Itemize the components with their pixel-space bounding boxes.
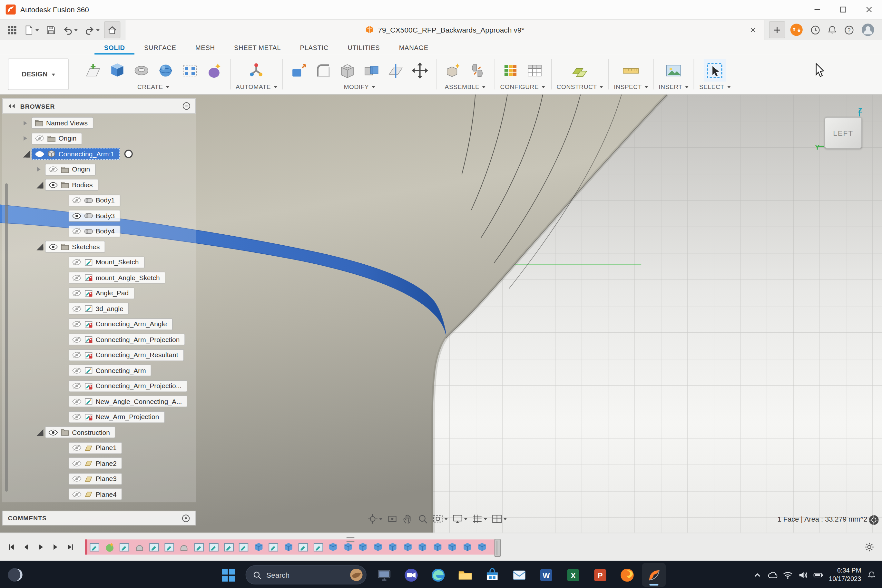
browser-tree-item[interactable]: Named Views [2,116,196,131]
visibility-eye-icon[interactable] [48,243,58,250]
visibility-eye-icon[interactable] [48,166,58,173]
timeline-feature-icon[interactable] [313,542,323,552]
browser-tree-item[interactable]: New_Angle_Connecting_A... [2,394,196,409]
expand-arrow-icon[interactable] [36,182,44,188]
visibility-eye-icon[interactable] [72,444,81,452]
visibility-eye-icon[interactable] [72,228,81,235]
taskbar-app-icon[interactable] [453,563,477,587]
ribbon-group-dropdown[interactable]: INSPECT [614,83,648,90]
tool-button[interactable] [620,59,642,81]
ribbon-group-dropdown[interactable]: AUTOMATE [236,83,277,90]
tool-button[interactable] [130,59,153,81]
visibility-eye-icon[interactable] [72,321,81,327]
nav-tool-button[interactable] [452,513,467,524]
ribbon-group-dropdown[interactable]: INSERT [658,83,688,90]
playback-button[interactable] [64,541,76,553]
notifications-bell-icon[interactable] [867,571,876,579]
navigation-wheel-icon[interactable] [868,515,879,525]
visibility-eye-icon[interactable] [72,460,81,467]
timeline-feature-icon[interactable] [164,542,174,552]
timeline-feature-icon[interactable] [298,542,308,552]
visibility-eye-icon[interactable] [72,259,81,266]
quickbar-button[interactable] [787,22,806,38]
browser-header[interactable]: BROWSER [2,98,196,114]
close-tab-icon[interactable] [747,24,758,36]
viewcube-face-label[interactable]: LEFT [833,129,853,137]
timeline-feature-icon[interactable] [387,542,398,552]
ribbon-group-dropdown[interactable]: CONSTRUCT [557,83,603,90]
timeline-feature-icon[interactable] [447,542,457,552]
taskbar-app-icon[interactable]: W [534,563,558,587]
taskbar-app-icon[interactable]: X [561,563,585,587]
playback-button[interactable] [50,541,62,553]
nav-tool-button[interactable] [402,513,413,524]
browser-tree-item[interactable]: Connecting_Arm [2,363,196,378]
activate-component-radio[interactable] [124,150,133,158]
visibility-eye-icon[interactable] [72,290,81,297]
collapse-panel-icon[interactable] [8,103,16,109]
taskbar-app-icon[interactable]: P [588,563,612,587]
playback-button[interactable] [20,541,32,553]
timeline-feature-icon[interactable] [477,542,487,552]
timeline-feature-icon[interactable] [149,542,159,552]
visibility-eye-icon[interactable] [72,336,81,343]
tool-button[interactable] [360,59,383,81]
playback-button[interactable] [6,541,17,553]
timeline-feature-icon[interactable] [89,542,99,552]
quickbar-button[interactable] [60,22,81,38]
timeline-feature-icon[interactable] [373,542,382,552]
browser-tree-item[interactable]: Plane4 [2,486,196,502]
window-control-button[interactable] [856,0,882,19]
tool-button[interactable] [663,59,685,81]
timeline-settings-icon[interactable] [864,542,874,552]
tool-button[interactable] [442,59,465,81]
browser-tree-item[interactable]: 3d_angle [2,301,196,316]
tool-button[interactable] [178,59,201,81]
timeline-feature-icon[interactable] [402,542,412,552]
browser-tree-item[interactable]: Sketches [2,239,196,255]
taskbar-app-icon[interactable] [615,563,639,587]
timeline-feature-icon[interactable] [254,542,263,552]
tool-button[interactable] [568,59,591,81]
timeline-feature-icon[interactable] [194,542,204,552]
visibility-eye-icon[interactable] [35,150,45,158]
quickbar-button[interactable] [21,22,42,38]
quickbar-button[interactable] [4,22,20,38]
browser-tree-item[interactable]: Origin [2,131,196,146]
tool-button[interactable] [524,59,546,81]
ribbon-tab[interactable]: UTILITIES [338,45,389,54]
visibility-eye-icon[interactable] [72,274,81,281]
visibility-eye-icon[interactable] [72,305,81,312]
browser-tree-item[interactable]: Connecting_Arm_Resultant [2,347,196,363]
timeline-feature-icon[interactable] [105,542,114,552]
browser-tree-item[interactable]: Plane3 [2,471,196,486]
tool-button[interactable] [336,59,359,81]
quickbar-button[interactable]: ? [842,22,856,38]
browser-tree-item[interactable]: Body3 [2,208,196,224]
search-box[interactable]: Search [246,566,366,585]
3d-viewport[interactable]: LEFT Z Y BROWSER Name [0,94,882,532]
timeline-feature-icon[interactable] [284,542,293,552]
taskbar-app-icon[interactable] [399,563,423,587]
taskbar-app-icon[interactable] [372,563,396,587]
nav-tool-button[interactable] [387,513,398,524]
tool-button[interactable] [704,59,726,81]
nav-tool-button[interactable] [492,513,507,524]
nav-tool-button[interactable] [417,513,428,524]
timeline-strip[interactable] [85,536,502,558]
tray-icon[interactable] [768,571,778,579]
comments-expand-icon[interactable] [182,514,190,522]
visibility-eye-icon[interactable] [72,352,81,358]
browser-tree-item[interactable]: Body1 [2,193,196,208]
browser-tree-item[interactable]: Mount_Sketch [2,255,196,270]
visibility-eye-icon[interactable] [48,182,58,188]
timeline-feature-icon[interactable] [224,542,234,552]
minimize-panel-icon[interactable] [182,102,190,110]
ribbon-group-dropdown[interactable]: CONFIGURE [500,83,545,90]
design-workspace-dropdown[interactable]: DESIGN [8,58,68,90]
visibility-eye-icon[interactable] [72,476,81,482]
browser-scrollbar[interactable] [5,183,8,492]
quickbar-button[interactable] [808,22,823,38]
timeline-feature-icon[interactable] [179,542,189,552]
timeline-feature-icon[interactable] [462,542,472,552]
